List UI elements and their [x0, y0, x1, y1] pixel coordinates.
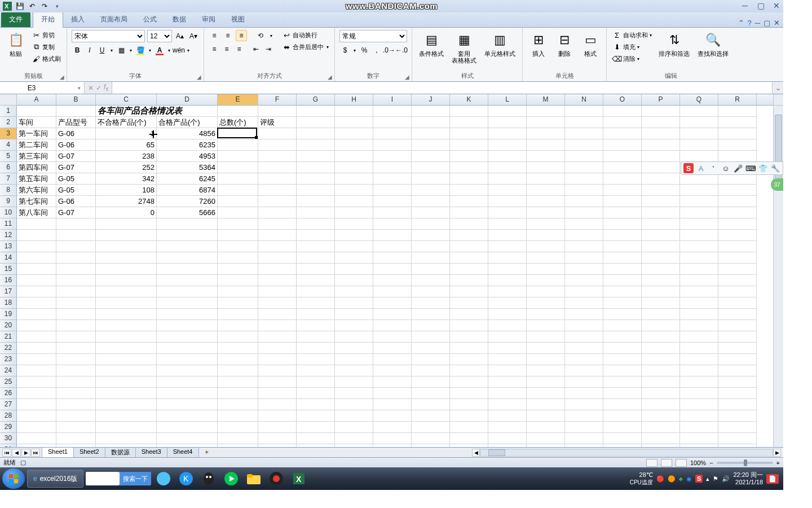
cell-R27[interactable] [718, 399, 757, 410]
cell-O23[interactable] [603, 354, 642, 365]
cell-Q25[interactable] [680, 376, 718, 388]
cell-K9[interactable] [450, 196, 488, 207]
row-header-25[interactable]: 25 [0, 376, 17, 388]
cell-O15[interactable] [603, 264, 642, 275]
cell-J7[interactable] [412, 173, 450, 185]
cell-J25[interactable] [412, 376, 450, 388]
zoom-thumb[interactable] [744, 459, 747, 466]
cell-J30[interactable] [412, 433, 450, 444]
format-painter-button[interactable]: 🖌格式刷 [30, 54, 62, 64]
cell-N2[interactable] [565, 117, 603, 128]
cell-K10[interactable] [450, 207, 488, 218]
cell-L12[interactable] [488, 230, 527, 241]
sheet-nav-first-icon[interactable]: ⏮ [2, 449, 11, 457]
cell-G8[interactable] [297, 185, 335, 196]
cell-Q5[interactable] [680, 151, 718, 162]
cell-D18[interactable] [157, 297, 218, 309]
cell-E17[interactable] [218, 286, 258, 297]
cell-K13[interactable] [450, 241, 488, 252]
cell-Q9[interactable] [680, 196, 718, 207]
cell-E24[interactable] [218, 365, 258, 376]
cell-P8[interactable] [642, 185, 680, 196]
taskbar-app-icon-1[interactable] [153, 470, 174, 488]
row-header-23[interactable]: 23 [0, 354, 17, 365]
taskbar-search-button[interactable]: 搜索一下 [120, 472, 151, 485]
cell-K2[interactable] [450, 117, 488, 128]
cell-D6[interactable]: 5364 [157, 162, 218, 173]
cell-B18[interactable] [56, 297, 96, 309]
cell-K26[interactable] [450, 388, 488, 399]
cell-B25[interactable] [56, 376, 96, 388]
cell-J6[interactable] [412, 162, 450, 173]
cell-R14[interactable] [718, 252, 757, 264]
cell-H24[interactable] [335, 365, 373, 376]
cell-A9[interactable]: 第七车间 [17, 196, 56, 207]
col-header-D[interactable]: D [157, 94, 218, 105]
cell-B4[interactable]: G-06 [56, 139, 96, 151]
col-header-C[interactable]: C [96, 94, 157, 105]
cell-L18[interactable] [488, 297, 527, 309]
row-header-4[interactable]: 4 [0, 139, 17, 151]
cell-O22[interactable] [603, 343, 642, 354]
cell-H4[interactable] [335, 139, 373, 151]
cell-O17[interactable] [603, 286, 642, 297]
tray-volume-icon[interactable]: 🔊 [722, 475, 730, 483]
cell-R19[interactable] [718, 309, 757, 320]
cell-Q30[interactable] [680, 433, 718, 444]
cell-Q24[interactable] [680, 365, 718, 376]
cell-D22[interactable] [157, 343, 218, 354]
cell-A18[interactable] [17, 297, 56, 309]
curr-more-icon[interactable]: ▾ [352, 45, 358, 56]
cell-F20[interactable] [258, 320, 297, 331]
cell-R4[interactable] [718, 139, 757, 151]
row-header-8[interactable]: 8 [0, 185, 17, 196]
cell-N19[interactable] [565, 309, 603, 320]
start-button[interactable] [2, 468, 25, 489]
cell-J29[interactable] [412, 422, 450, 433]
cell-C21[interactable] [96, 331, 157, 343]
font-launcher-icon[interactable]: ◢ [197, 74, 201, 80]
tray-icon-3[interactable]: ♣ [679, 475, 683, 482]
cell-Q26[interactable] [680, 388, 718, 399]
cell-M23[interactable] [527, 354, 565, 365]
cell-A1[interactable] [17, 106, 56, 117]
align-bottom-icon[interactable]: ≡ [236, 30, 247, 41]
cell-C22[interactable] [96, 343, 157, 354]
undo-icon[interactable]: ↶ [27, 1, 37, 11]
cell-A30[interactable] [17, 433, 56, 444]
cell-D20[interactable] [157, 320, 218, 331]
cell-H19[interactable] [335, 309, 373, 320]
cell-C29[interactable] [96, 422, 157, 433]
cell-C30[interactable] [96, 433, 157, 444]
cell-G1[interactable] [297, 106, 335, 117]
cell-G16[interactable] [297, 275, 335, 286]
row-header-7[interactable]: 7 [0, 173, 17, 185]
cell-R2[interactable] [718, 117, 757, 128]
cell-J28[interactable] [412, 410, 450, 422]
taskbar-clock[interactable]: 22:20 周一 2021/1/18 [733, 471, 763, 486]
cell-L14[interactable] [488, 252, 527, 264]
cell-L19[interactable] [488, 309, 527, 320]
wrap-text-button[interactable]: ↩自动换行 [281, 30, 330, 40]
cell-D17[interactable] [157, 286, 218, 297]
zoom-slider[interactable] [717, 462, 773, 464]
cell-N30[interactable] [565, 433, 603, 444]
cell-J5[interactable] [412, 151, 450, 162]
cell-R24[interactable] [718, 365, 757, 376]
cell-L7[interactable] [488, 173, 527, 185]
cell-R13[interactable] [718, 241, 757, 252]
ime-badge[interactable]: 37 [771, 178, 783, 191]
cell-R17[interactable] [718, 286, 757, 297]
cell-O9[interactable] [603, 196, 642, 207]
cell-O21[interactable] [603, 331, 642, 343]
cell-N18[interactable] [565, 297, 603, 309]
cell-F25[interactable] [258, 376, 297, 388]
cell-O14[interactable] [603, 252, 642, 264]
font-name-select[interactable]: 宋体 [72, 30, 145, 42]
cell-F7[interactable] [258, 173, 297, 185]
cell-R8[interactable] [718, 185, 757, 196]
cell-M10[interactable] [527, 207, 565, 218]
cell-O5[interactable] [603, 151, 642, 162]
cell-M19[interactable] [527, 309, 565, 320]
cell-G2[interactable] [297, 117, 335, 128]
